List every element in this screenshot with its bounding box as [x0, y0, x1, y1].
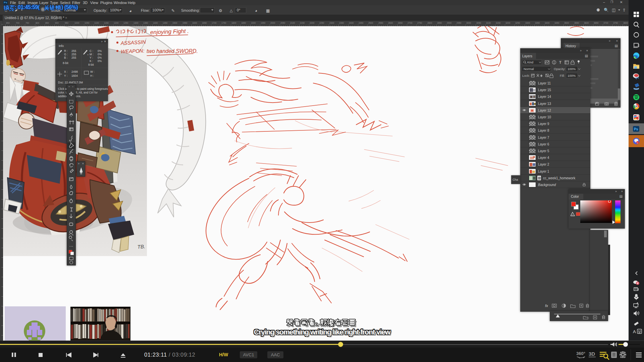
svg-text:Opacity:: Opacity: [554, 67, 566, 71]
svg-text:360°: 360° [576, 351, 585, 356]
svg-text:!: ! [572, 213, 573, 216]
svg-text:8-bit: 8-bit [88, 63, 94, 66]
svg-text:0%: 0% [98, 56, 102, 59]
svg-text:two handed SWORD.: two handed SWORD. [147, 48, 198, 54]
svg-text:Ps: Ps [634, 127, 638, 131]
svg-text:+: + [87, 54, 89, 56]
svg-text:+: + [637, 142, 638, 144]
svg-text:WEAPON:: WEAPON: [121, 48, 145, 54]
svg-text:Normal: Normal [524, 67, 534, 71]
svg-text:R :: R : [64, 49, 68, 53]
svg-text:100%: 100% [568, 67, 576, 71]
svg-text:100%: 100% [568, 74, 576, 77]
svg-text:255: 255 [71, 53, 76, 56]
svg-text:Y :: Y : [64, 74, 67, 77]
svg-text:Y :: Y : [90, 56, 93, 59]
svg-text:0%: 0% [98, 53, 102, 56]
svg-text:B :: B : [64, 56, 67, 59]
svg-text:H :: H : [90, 74, 94, 77]
svg-text:8-bit: 8-bit [63, 61, 68, 65]
svg-text:fx: fx [545, 304, 548, 308]
svg-text:×: × [72, 85, 73, 88]
svg-text:0%: 0% [98, 49, 102, 53]
svg-text:X :: X : [64, 70, 67, 73]
svg-text:C :: C : [90, 49, 93, 53]
svg-text:T: T [559, 60, 561, 64]
svg-text:ASSASSIN: ASSASSIN [120, 39, 146, 46]
svg-text:Fill:: Fill: [560, 74, 565, 77]
svg-text:255: 255 [71, 56, 76, 59]
svg-text:Kind: Kind [527, 61, 533, 64]
svg-text:3D: 3D [589, 351, 595, 357]
svg-text:color. Use Shift, Alt, and Ctr: color. Use Shift, Alt, and Ctrl for [58, 91, 98, 94]
svg-text:W :: W : [90, 70, 95, 73]
svg-text:2498: 2498 [71, 70, 78, 73]
svg-text:0%: 0% [98, 59, 102, 63]
svg-text:M :: M : [90, 53, 94, 56]
svg-text:Click and drag to paint using: Click and drag to paint using foreground [58, 87, 108, 90]
svg-text:Doc: 22.4M/317.0M: Doc: 22.4M/317.0M [58, 81, 83, 84]
svg-text:255: 255 [71, 49, 76, 53]
svg-text:1604: 1604 [71, 74, 78, 77]
svg-text:enjoying Fight .: enjoying Fight . [150, 28, 189, 36]
svg-text:K :: K : [90, 59, 93, 63]
svg-text:Lock:: Lock: [522, 74, 530, 77]
svg-text:G :: G : [64, 53, 68, 56]
svg-text:»: » [68, 85, 70, 88]
